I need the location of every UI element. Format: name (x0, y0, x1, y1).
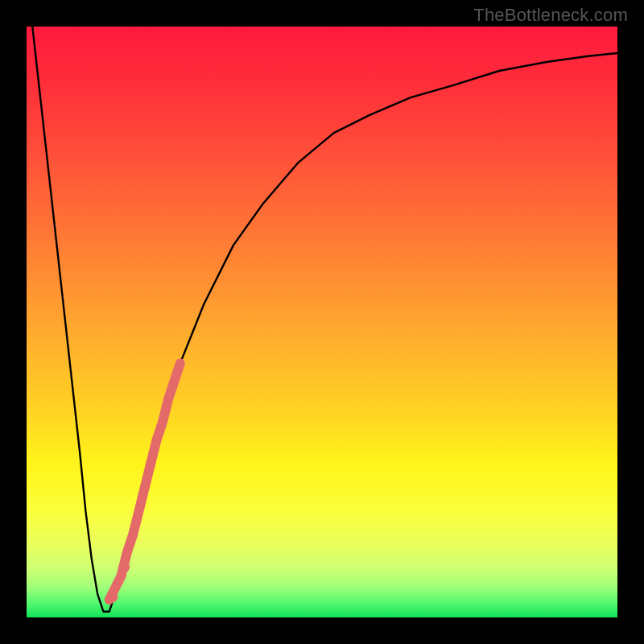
bottleneck-curve (32, 27, 617, 612)
chart-frame: TheBottleneck.com (0, 0, 644, 644)
highlight-dot (106, 591, 118, 602)
plot-area (27, 27, 617, 617)
highlight-dot (118, 562, 130, 573)
attribution-text: TheBottleneck.com (473, 5, 628, 26)
curve-layer (27, 27, 617, 617)
